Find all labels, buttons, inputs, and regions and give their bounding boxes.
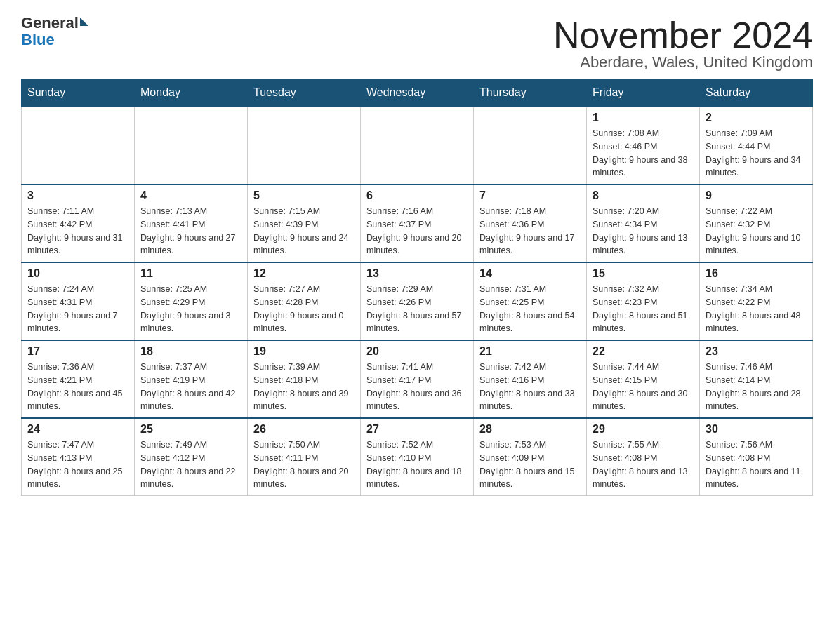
day-number: 20 <box>366 345 468 358</box>
calendar-day-header: Monday <box>135 79 248 107</box>
month-title: November 2024 <box>553 14 813 56</box>
day-info: Sunrise: 7:32 AMSunset: 4:23 PMDaylight:… <box>593 283 694 335</box>
calendar-day-header: Tuesday <box>248 79 361 107</box>
calendar-day-cell: 19Sunrise: 7:39 AMSunset: 4:18 PMDayligh… <box>248 340 361 418</box>
calendar-day-cell: 25Sunrise: 7:49 AMSunset: 4:12 PMDayligh… <box>135 418 248 496</box>
location-subtitle: Aberdare, Wales, United Kingdom <box>553 53 813 72</box>
logo: General Blue <box>21 14 88 49</box>
day-info: Sunrise: 7:42 AMSunset: 4:16 PMDaylight:… <box>479 361 581 413</box>
calendar-day-header: Saturday <box>700 79 813 107</box>
day-number: 6 <box>366 189 468 202</box>
day-info: Sunrise: 7:29 AMSunset: 4:26 PMDaylight:… <box>366 283 468 335</box>
day-number: 21 <box>479 345 581 358</box>
calendar-day-cell: 7Sunrise: 7:18 AMSunset: 4:36 PMDaylight… <box>474 185 587 262</box>
calendar-day-cell: 15Sunrise: 7:32 AMSunset: 4:23 PMDayligh… <box>587 262 700 340</box>
calendar-day-cell: 13Sunrise: 7:29 AMSunset: 4:26 PMDayligh… <box>361 262 474 340</box>
day-info: Sunrise: 7:53 AMSunset: 4:09 PMDaylight:… <box>479 438 581 491</box>
day-info: Sunrise: 7:22 AMSunset: 4:32 PMDaylight:… <box>706 205 807 257</box>
calendar-week-row: 10Sunrise: 7:24 AMSunset: 4:31 PMDayligh… <box>22 262 813 340</box>
calendar-day-cell <box>135 107 248 185</box>
calendar-day-cell: 12Sunrise: 7:27 AMSunset: 4:28 PMDayligh… <box>248 262 361 340</box>
day-number: 3 <box>27 189 128 202</box>
title-area: November 2024 Aberdare, Wales, United Ki… <box>553 14 813 72</box>
day-number: 25 <box>140 423 241 436</box>
calendar-day-cell: 18Sunrise: 7:37 AMSunset: 4:19 PMDayligh… <box>135 340 248 418</box>
calendar-week-row: 24Sunrise: 7:47 AMSunset: 4:13 PMDayligh… <box>22 418 813 496</box>
day-number: 14 <box>479 267 581 280</box>
calendar-day-header: Thursday <box>474 79 587 107</box>
day-number: 2 <box>706 112 807 124</box>
day-info: Sunrise: 7:15 AMSunset: 4:39 PMDaylight:… <box>253 205 355 257</box>
day-number: 1 <box>593 112 694 124</box>
day-number: 19 <box>253 345 355 358</box>
page-header: General Blue November 2024 Aberdare, Wal… <box>21 14 813 72</box>
calendar-day-cell: 24Sunrise: 7:47 AMSunset: 4:13 PMDayligh… <box>22 418 135 496</box>
calendar-day-cell: 22Sunrise: 7:44 AMSunset: 4:15 PMDayligh… <box>587 340 700 418</box>
calendar-day-cell: 29Sunrise: 7:55 AMSunset: 4:08 PMDayligh… <box>587 418 700 496</box>
calendar-day-cell: 28Sunrise: 7:53 AMSunset: 4:09 PMDayligh… <box>474 418 587 496</box>
calendar-week-row: 1Sunrise: 7:08 AMSunset: 4:46 PMDaylight… <box>22 107 813 185</box>
day-info: Sunrise: 7:24 AMSunset: 4:31 PMDaylight:… <box>27 283 128 335</box>
day-info: Sunrise: 7:49 AMSunset: 4:12 PMDaylight:… <box>140 438 241 491</box>
day-info: Sunrise: 7:36 AMSunset: 4:21 PMDaylight:… <box>27 361 128 413</box>
day-info: Sunrise: 7:09 AMSunset: 4:44 PMDaylight:… <box>706 127 807 180</box>
day-info: Sunrise: 7:56 AMSunset: 4:08 PMDaylight:… <box>706 438 807 491</box>
day-info: Sunrise: 7:16 AMSunset: 4:37 PMDaylight:… <box>366 205 468 257</box>
calendar-day-cell: 2Sunrise: 7:09 AMSunset: 4:44 PMDaylight… <box>700 107 813 185</box>
calendar-day-cell: 27Sunrise: 7:52 AMSunset: 4:10 PMDayligh… <box>361 418 474 496</box>
calendar-day-header: Sunday <box>22 79 135 107</box>
day-info: Sunrise: 7:25 AMSunset: 4:29 PMDaylight:… <box>140 283 241 335</box>
calendar-day-cell: 6Sunrise: 7:16 AMSunset: 4:37 PMDaylight… <box>361 185 474 262</box>
day-info: Sunrise: 7:52 AMSunset: 4:10 PMDaylight:… <box>366 438 468 491</box>
calendar-day-cell: 16Sunrise: 7:34 AMSunset: 4:22 PMDayligh… <box>700 262 813 340</box>
day-info: Sunrise: 7:47 AMSunset: 4:13 PMDaylight:… <box>27 438 128 491</box>
calendar-header-row: SundayMondayTuesdayWednesdayThursdayFrid… <box>22 79 813 107</box>
calendar-day-cell: 10Sunrise: 7:24 AMSunset: 4:31 PMDayligh… <box>22 262 135 340</box>
calendar-day-cell: 20Sunrise: 7:41 AMSunset: 4:17 PMDayligh… <box>361 340 474 418</box>
calendar-week-row: 3Sunrise: 7:11 AMSunset: 4:42 PMDaylight… <box>22 185 813 262</box>
day-info: Sunrise: 7:34 AMSunset: 4:22 PMDaylight:… <box>706 283 807 335</box>
day-number: 16 <box>706 267 807 280</box>
day-number: 13 <box>366 267 468 280</box>
logo-blue-text: Blue <box>21 31 55 49</box>
day-number: 5 <box>253 189 355 202</box>
calendar-day-cell: 3Sunrise: 7:11 AMSunset: 4:42 PMDaylight… <box>22 185 135 262</box>
day-number: 28 <box>479 423 581 436</box>
calendar-day-cell: 8Sunrise: 7:20 AMSunset: 4:34 PMDaylight… <box>587 185 700 262</box>
day-info: Sunrise: 7:44 AMSunset: 4:15 PMDaylight:… <box>593 361 694 413</box>
day-number: 4 <box>140 189 241 202</box>
logo-general-text: General <box>21 14 79 32</box>
calendar-day-cell: 1Sunrise: 7:08 AMSunset: 4:46 PMDaylight… <box>587 107 700 185</box>
calendar-day-cell: 11Sunrise: 7:25 AMSunset: 4:29 PMDayligh… <box>135 262 248 340</box>
calendar-day-cell: 26Sunrise: 7:50 AMSunset: 4:11 PMDayligh… <box>248 418 361 496</box>
calendar-day-cell: 14Sunrise: 7:31 AMSunset: 4:25 PMDayligh… <box>474 262 587 340</box>
day-number: 18 <box>140 345 241 358</box>
day-info: Sunrise: 7:55 AMSunset: 4:08 PMDaylight:… <box>593 438 694 491</box>
calendar-day-cell: 17Sunrise: 7:36 AMSunset: 4:21 PMDayligh… <box>22 340 135 418</box>
day-number: 9 <box>706 189 807 202</box>
calendar-week-row: 17Sunrise: 7:36 AMSunset: 4:21 PMDayligh… <box>22 340 813 418</box>
day-number: 8 <box>593 189 694 202</box>
day-number: 29 <box>593 423 694 436</box>
day-info: Sunrise: 7:46 AMSunset: 4:14 PMDaylight:… <box>706 361 807 413</box>
day-info: Sunrise: 7:50 AMSunset: 4:11 PMDaylight:… <box>253 438 355 491</box>
day-number: 22 <box>593 345 694 358</box>
calendar-day-cell <box>361 107 474 185</box>
calendar-day-cell <box>22 107 135 185</box>
day-info: Sunrise: 7:39 AMSunset: 4:18 PMDaylight:… <box>253 361 355 413</box>
calendar-day-header: Friday <box>587 79 700 107</box>
calendar-day-cell: 5Sunrise: 7:15 AMSunset: 4:39 PMDaylight… <box>248 185 361 262</box>
calendar-day-cell <box>474 107 587 185</box>
calendar-table: SundayMondayTuesdayWednesdayThursdayFrid… <box>21 79 813 496</box>
calendar-day-cell: 4Sunrise: 7:13 AMSunset: 4:41 PMDaylight… <box>135 185 248 262</box>
calendar-day-header: Wednesday <box>361 79 474 107</box>
calendar-day-cell: 23Sunrise: 7:46 AMSunset: 4:14 PMDayligh… <box>700 340 813 418</box>
day-number: 11 <box>140 267 241 280</box>
day-number: 7 <box>479 189 581 202</box>
day-number: 12 <box>253 267 355 280</box>
day-info: Sunrise: 7:41 AMSunset: 4:17 PMDaylight:… <box>366 361 468 413</box>
day-info: Sunrise: 7:31 AMSunset: 4:25 PMDaylight:… <box>479 283 581 335</box>
day-number: 26 <box>253 423 355 436</box>
day-info: Sunrise: 7:37 AMSunset: 4:19 PMDaylight:… <box>140 361 241 413</box>
day-number: 17 <box>27 345 128 358</box>
